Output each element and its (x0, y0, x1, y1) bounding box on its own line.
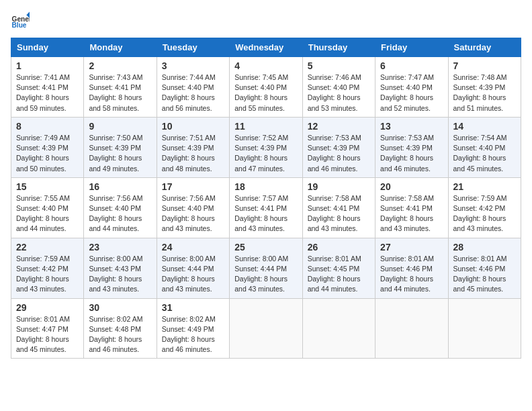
day-number: 29 (16, 302, 79, 313)
cell-info: Sunrise: 7:45 AM Sunset: 4:40 PM Dayligh… (234, 73, 297, 113)
calendar-cell: 25 Sunrise: 8:00 AM Sunset: 4:44 PM Dayl… (230, 238, 302, 298)
calendar-cell: 15 Sunrise: 7:55 AM Sunset: 4:40 PM Dayl… (11, 177, 84, 238)
calendar-cell: 29 Sunrise: 8:01 AM Sunset: 4:47 PM Dayl… (11, 298, 84, 359)
calendar-cell: 11 Sunrise: 7:52 AM Sunset: 4:39 PM Dayl… (230, 117, 302, 177)
calendar-cell: 9 Sunrise: 7:50 AM Sunset: 4:39 PM Dayli… (84, 117, 157, 177)
day-number: 17 (162, 181, 224, 192)
day-number: 8 (16, 121, 79, 132)
calendar-cell: 18 Sunrise: 7:57 AM Sunset: 4:41 PM Dayl… (230, 177, 302, 238)
day-header-friday: Friday (375, 38, 448, 57)
day-number: 31 (162, 302, 224, 313)
cell-info: Sunrise: 8:00 AM Sunset: 4:43 PM Dayligh… (89, 254, 151, 295)
cell-info: Sunrise: 7:53 AM Sunset: 4:39 PM Dayligh… (380, 133, 443, 174)
cell-info: Sunrise: 8:01 AM Sunset: 4:47 PM Dayligh… (16, 314, 79, 355)
calendar-cell (375, 298, 448, 359)
cell-info: Sunrise: 7:58 AM Sunset: 4:41 PM Dayligh… (308, 193, 370, 234)
day-header-monday: Monday (84, 38, 157, 57)
calendar-cell: 30 Sunrise: 8:02 AM Sunset: 4:48 PM Dayl… (84, 298, 157, 359)
calendar-week-1: 1 Sunrise: 7:41 AM Sunset: 4:41 PM Dayli… (11, 57, 521, 118)
calendar-week-3: 15 Sunrise: 7:55 AM Sunset: 4:40 PM Dayl… (11, 177, 521, 238)
calendar-cell: 1 Sunrise: 7:41 AM Sunset: 4:41 PM Dayli… (11, 57, 84, 118)
day-number: 25 (234, 242, 297, 253)
calendar-cell: 23 Sunrise: 8:00 AM Sunset: 4:43 PM Dayl… (84, 238, 157, 298)
calendar-cell (448, 298, 521, 359)
calendar-cell: 24 Sunrise: 8:00 AM Sunset: 4:44 PM Dayl… (157, 238, 229, 298)
calendar-cell: 19 Sunrise: 7:58 AM Sunset: 4:41 PM Dayl… (302, 177, 375, 238)
day-number: 14 (453, 121, 516, 132)
day-header-tuesday: Tuesday (157, 38, 229, 57)
logo-icon: General Blue (11, 11, 30, 30)
day-number: 11 (234, 121, 297, 132)
calendar-cell: 10 Sunrise: 7:51 AM Sunset: 4:39 PM Dayl… (157, 117, 229, 177)
cell-info: Sunrise: 7:41 AM Sunset: 4:41 PM Dayligh… (16, 73, 79, 113)
cell-info: Sunrise: 7:46 AM Sunset: 4:40 PM Dayligh… (308, 73, 370, 113)
calendar-cell: 2 Sunrise: 7:43 AM Sunset: 4:41 PM Dayli… (84, 57, 157, 118)
calendar-cell: 17 Sunrise: 7:56 AM Sunset: 4:40 PM Dayl… (157, 177, 229, 238)
cell-info: Sunrise: 8:01 AM Sunset: 4:45 PM Dayligh… (308, 254, 370, 295)
day-header-sunday: Sunday (11, 38, 84, 57)
calendar-cell: 28 Sunrise: 8:01 AM Sunset: 4:46 PM Dayl… (448, 238, 521, 298)
day-number: 7 (453, 60, 516, 71)
day-number: 20 (380, 181, 443, 192)
calendar-table: SundayMondayTuesdayWednesdayThursdayFrid… (11, 38, 521, 359)
calendar-week-2: 8 Sunrise: 7:49 AM Sunset: 4:39 PM Dayli… (11, 117, 521, 177)
calendar-cell (302, 298, 375, 359)
day-number: 24 (162, 242, 224, 253)
cell-info: Sunrise: 8:01 AM Sunset: 4:46 PM Dayligh… (380, 254, 443, 295)
calendar-week-5: 29 Sunrise: 8:01 AM Sunset: 4:47 PM Dayl… (11, 298, 521, 359)
calendar-header-row: SundayMondayTuesdayWednesdayThursdayFrid… (11, 38, 521, 57)
cell-info: Sunrise: 7:49 AM Sunset: 4:39 PM Dayligh… (16, 133, 79, 174)
page-header: General Blue (11, 11, 521, 30)
calendar-cell: 14 Sunrise: 7:54 AM Sunset: 4:40 PM Dayl… (448, 117, 521, 177)
day-header-saturday: Saturday (448, 38, 521, 57)
day-number: 6 (380, 60, 443, 71)
calendar-cell: 7 Sunrise: 7:48 AM Sunset: 4:39 PM Dayli… (448, 57, 521, 118)
cell-info: Sunrise: 7:54 AM Sunset: 4:40 PM Dayligh… (453, 133, 516, 174)
cell-info: Sunrise: 8:02 AM Sunset: 4:48 PM Dayligh… (89, 314, 151, 355)
cell-info: Sunrise: 7:43 AM Sunset: 4:41 PM Dayligh… (89, 73, 151, 113)
calendar-week-4: 22 Sunrise: 7:59 AM Sunset: 4:42 PM Dayl… (11, 238, 521, 298)
day-number: 13 (380, 121, 443, 132)
calendar-cell (230, 298, 302, 359)
logo: General Blue (11, 11, 32, 30)
cell-info: Sunrise: 7:59 AM Sunset: 4:42 PM Dayligh… (16, 254, 79, 295)
calendar-cell: 26 Sunrise: 8:01 AM Sunset: 4:45 PM Dayl… (302, 238, 375, 298)
day-number: 30 (89, 302, 151, 313)
day-number: 5 (308, 60, 370, 71)
calendar-cell: 3 Sunrise: 7:44 AM Sunset: 4:40 PM Dayli… (157, 57, 229, 118)
svg-text:Blue: Blue (12, 21, 27, 29)
day-header-thursday: Thursday (302, 38, 375, 57)
day-number: 15 (16, 181, 79, 192)
cell-info: Sunrise: 7:55 AM Sunset: 4:40 PM Dayligh… (16, 193, 79, 234)
calendar-cell: 22 Sunrise: 7:59 AM Sunset: 4:42 PM Dayl… (11, 238, 84, 298)
calendar-cell: 13 Sunrise: 7:53 AM Sunset: 4:39 PM Dayl… (375, 117, 448, 177)
day-number: 28 (453, 242, 516, 253)
calendar-cell: 31 Sunrise: 8:02 AM Sunset: 4:49 PM Dayl… (157, 298, 229, 359)
cell-info: Sunrise: 7:47 AM Sunset: 4:40 PM Dayligh… (380, 73, 443, 113)
calendar-cell: 20 Sunrise: 7:58 AM Sunset: 4:41 PM Dayl… (375, 177, 448, 238)
day-number: 19 (308, 181, 370, 192)
day-number: 26 (308, 242, 370, 253)
cell-info: Sunrise: 8:01 AM Sunset: 4:46 PM Dayligh… (453, 254, 516, 295)
calendar-cell: 8 Sunrise: 7:49 AM Sunset: 4:39 PM Dayli… (11, 117, 84, 177)
day-number: 21 (453, 181, 516, 192)
day-number: 23 (89, 242, 151, 253)
calendar-cell: 4 Sunrise: 7:45 AM Sunset: 4:40 PM Dayli… (230, 57, 302, 118)
day-number: 2 (89, 60, 151, 71)
cell-info: Sunrise: 7:56 AM Sunset: 4:40 PM Dayligh… (162, 193, 224, 234)
cell-info: Sunrise: 7:52 AM Sunset: 4:39 PM Dayligh… (234, 133, 297, 174)
calendar-cell: 12 Sunrise: 7:53 AM Sunset: 4:39 PM Dayl… (302, 117, 375, 177)
cell-info: Sunrise: 7:51 AM Sunset: 4:39 PM Dayligh… (162, 133, 224, 174)
cell-info: Sunrise: 7:50 AM Sunset: 4:39 PM Dayligh… (89, 133, 151, 174)
day-number: 3 (162, 60, 224, 71)
day-number: 4 (234, 60, 297, 71)
cell-info: Sunrise: 7:44 AM Sunset: 4:40 PM Dayligh… (162, 73, 224, 113)
calendar-cell: 16 Sunrise: 7:56 AM Sunset: 4:40 PM Dayl… (84, 177, 157, 238)
cell-info: Sunrise: 7:48 AM Sunset: 4:39 PM Dayligh… (453, 73, 516, 113)
calendar-cell: 6 Sunrise: 7:47 AM Sunset: 4:40 PM Dayli… (375, 57, 448, 118)
cell-info: Sunrise: 7:57 AM Sunset: 4:41 PM Dayligh… (234, 193, 297, 234)
day-number: 27 (380, 242, 443, 253)
day-header-wednesday: Wednesday (230, 38, 302, 57)
day-number: 9 (89, 121, 151, 132)
day-number: 18 (234, 181, 297, 192)
